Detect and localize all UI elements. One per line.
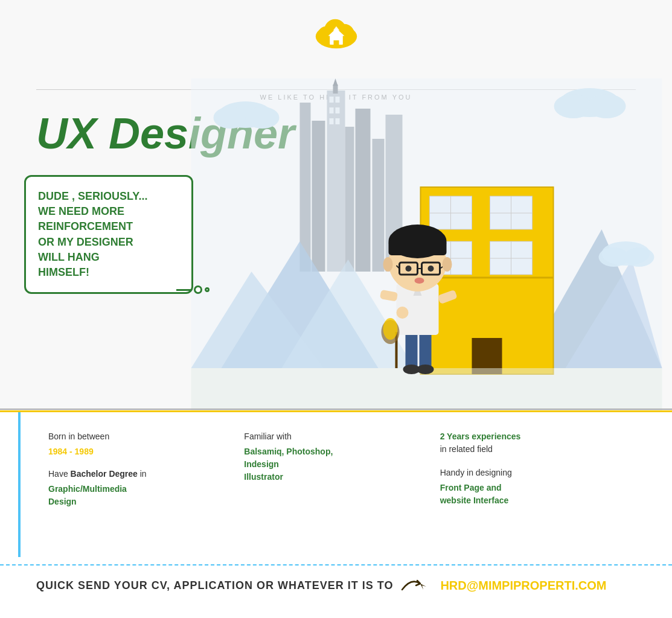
svg-rect-24 xyxy=(330,107,334,113)
info-col-2: Familiar with Balsamiq, Photoshop,Indesi… xyxy=(244,430,440,551)
bottom-section: Born in between 1984 - 1989 Have Bachelo… xyxy=(0,410,672,618)
svg-rect-55 xyxy=(406,332,418,368)
svg-rect-22 xyxy=(330,97,334,103)
bottom-cta: QUICK SEND YOUR CV, APPLICATION OR WHATE… xyxy=(0,564,672,606)
left-accent-line xyxy=(18,412,21,557)
handy-value: Front Page andwebsite Interface xyxy=(440,482,624,507)
svg-point-74 xyxy=(415,278,424,284)
svg-rect-19 xyxy=(356,109,371,272)
svg-rect-26 xyxy=(330,118,334,124)
familiar-value: Balsamiq, Photoshop,IndesignIllustrator xyxy=(244,445,427,483)
svg-rect-27 xyxy=(336,118,340,124)
degree-bold: Bachelor Degree xyxy=(71,469,138,479)
info-col-1: Born in between 1984 - 1989 Have Bachelo… xyxy=(36,430,244,551)
svg-point-14 xyxy=(587,94,626,118)
years-exp-post: in related field xyxy=(440,444,493,454)
born-label: Born in between xyxy=(48,430,232,443)
speech-bubble-text: DUDE , SERIOUSLY...WE NEED MOREREINFORCE… xyxy=(38,189,179,280)
speech-bubble: DUDE , SERIOUSLY...WE NEED MOREREINFORCE… xyxy=(24,175,193,294)
degree-value: Graphic/MultimediaDesign xyxy=(48,483,232,508)
svg-point-37 xyxy=(624,247,654,267)
info-columns: Born in between 1984 - 1989 Have Bachelo… xyxy=(0,412,672,563)
svg-rect-16 xyxy=(312,121,325,272)
years-exp: 2 Years experiences in related field xyxy=(440,430,624,456)
svg-point-75 xyxy=(443,257,452,272)
svg-point-10 xyxy=(214,107,248,129)
cta-email: HRD@MIMPIPROPERTI.COM xyxy=(440,579,606,593)
illustration xyxy=(181,78,672,410)
top-section: WE LIKE TO HEAR IT FROM YOU UX Designer … xyxy=(0,0,672,410)
svg-point-72 xyxy=(406,266,412,272)
svg-rect-66 xyxy=(389,240,447,255)
svg-rect-28 xyxy=(333,84,338,94)
cta-text: QUICK SEND YOUR CV, APPLICATION OR WHATE… xyxy=(36,579,393,592)
svg-point-73 xyxy=(428,266,434,272)
svg-rect-17 xyxy=(327,91,345,272)
info-col-3: 2 Years experiences in related field Han… xyxy=(440,430,636,551)
svg-rect-54 xyxy=(191,368,662,410)
years-exp-highlight: 2 Years experiences xyxy=(440,432,521,441)
cloud-logo xyxy=(309,12,363,54)
svg-rect-6 xyxy=(333,40,339,45)
svg-point-11 xyxy=(246,107,280,129)
svg-rect-20 xyxy=(373,139,385,272)
arrow-icon xyxy=(399,575,429,597)
svg-point-58 xyxy=(417,365,434,374)
svg-rect-23 xyxy=(336,97,340,103)
svg-point-76 xyxy=(383,257,393,272)
svg-rect-56 xyxy=(420,332,432,368)
svg-rect-18 xyxy=(345,127,354,272)
degree-label: Have Bachelor Degree in xyxy=(48,468,232,480)
born-value: 1984 - 1989 xyxy=(48,445,232,458)
handy-label: Handy in designing xyxy=(440,467,624,479)
svg-point-79 xyxy=(383,318,398,340)
svg-point-13 xyxy=(554,94,593,118)
familiar-label: Familiar with xyxy=(244,430,427,443)
separator-line xyxy=(0,409,672,410)
svg-rect-25 xyxy=(336,107,340,113)
bubble-connector xyxy=(176,285,210,294)
svg-point-63 xyxy=(397,307,409,319)
